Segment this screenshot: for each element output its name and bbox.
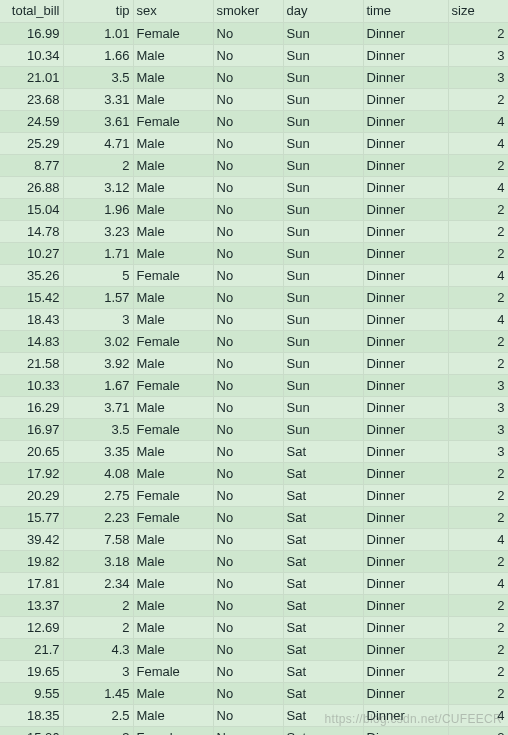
- cell-smoker: No: [213, 154, 283, 176]
- cell-tip: 3.23: [63, 220, 133, 242]
- cell-smoker: No: [213, 484, 283, 506]
- cell-time: Dinner: [363, 22, 448, 44]
- cell-time: Dinner: [363, 374, 448, 396]
- cell-day: Sun: [283, 330, 363, 352]
- cell-size: 2: [448, 682, 508, 704]
- cell-total-bill: 10.33: [0, 374, 63, 396]
- cell-total-bill: 18.35: [0, 704, 63, 726]
- cell-sex: Male: [133, 286, 213, 308]
- cell-smoker: No: [213, 308, 283, 330]
- cell-total-bill: 19.82: [0, 550, 63, 572]
- cell-total-bill: 16.29: [0, 396, 63, 418]
- cell-sex: Female: [133, 374, 213, 396]
- cell-day: Sun: [283, 396, 363, 418]
- cell-tip: 1.01: [63, 22, 133, 44]
- cell-time: Dinner: [363, 462, 448, 484]
- cell-smoker: No: [213, 594, 283, 616]
- cell-total-bill: 8.77: [0, 154, 63, 176]
- cell-size: 2: [448, 22, 508, 44]
- table-row: 26.883.12MaleNoSunDinner4: [0, 176, 508, 198]
- cell-smoker: No: [213, 374, 283, 396]
- cell-smoker: No: [213, 352, 283, 374]
- cell-time: Dinner: [363, 198, 448, 220]
- cell-sex: Female: [133, 484, 213, 506]
- table-row: 15.772.23FemaleNoSatDinner2: [0, 506, 508, 528]
- table-row: 14.833.02FemaleNoSunDinner2: [0, 330, 508, 352]
- table-row: 16.973.5FemaleNoSunDinner3: [0, 418, 508, 440]
- cell-time: Dinner: [363, 440, 448, 462]
- cell-tip: 4.71: [63, 132, 133, 154]
- cell-size: 2: [448, 594, 508, 616]
- cell-day: Sun: [283, 44, 363, 66]
- cell-size: 2: [448, 352, 508, 374]
- cell-sex: Female: [133, 264, 213, 286]
- cell-sex: Male: [133, 682, 213, 704]
- cell-day: Sun: [283, 198, 363, 220]
- table-row: 10.271.71MaleNoSunDinner2: [0, 242, 508, 264]
- cell-size: 3: [448, 440, 508, 462]
- cell-size: 4: [448, 572, 508, 594]
- cell-size: 2: [448, 198, 508, 220]
- cell-sex: Male: [133, 176, 213, 198]
- cell-smoker: No: [213, 616, 283, 638]
- cell-size: 4: [448, 132, 508, 154]
- cell-time: Dinner: [363, 352, 448, 374]
- cell-day: Sat: [283, 572, 363, 594]
- cell-sex: Male: [133, 352, 213, 374]
- cell-sex: Male: [133, 572, 213, 594]
- cell-tip: 3: [63, 660, 133, 682]
- cell-size: 2: [448, 154, 508, 176]
- cell-day: Sun: [283, 352, 363, 374]
- cell-day: Sun: [283, 88, 363, 110]
- table-row: 15.063FemaleNoSatDinner2: [0, 726, 508, 735]
- cell-total-bill: 12.69: [0, 616, 63, 638]
- cell-total-bill: 17.92: [0, 462, 63, 484]
- cell-day: Sat: [283, 726, 363, 735]
- cell-size: 2: [448, 220, 508, 242]
- cell-total-bill: 39.42: [0, 528, 63, 550]
- table-row: 20.653.35MaleNoSatDinner3: [0, 440, 508, 462]
- cell-size: 4: [448, 528, 508, 550]
- cell-size: 2: [448, 638, 508, 660]
- cell-total-bill: 14.78: [0, 220, 63, 242]
- cell-time: Dinner: [363, 506, 448, 528]
- cell-sex: Male: [133, 308, 213, 330]
- table-row: 17.924.08MaleNoSatDinner2: [0, 462, 508, 484]
- cell-tip: 3.35: [63, 440, 133, 462]
- cell-day: Sun: [283, 132, 363, 154]
- cell-sex: Female: [133, 110, 213, 132]
- cell-day: Sat: [283, 616, 363, 638]
- table-row: 15.421.57MaleNoSunDinner2: [0, 286, 508, 308]
- cell-sex: Male: [133, 704, 213, 726]
- cell-size: 3: [448, 418, 508, 440]
- cell-time: Dinner: [363, 396, 448, 418]
- cell-time: Dinner: [363, 286, 448, 308]
- cell-tip: 3.02: [63, 330, 133, 352]
- cell-smoker: No: [213, 550, 283, 572]
- col-size: size: [448, 0, 508, 22]
- table-row: 15.041.96MaleNoSunDinner2: [0, 198, 508, 220]
- table-row: 17.812.34MaleNoSatDinner4: [0, 572, 508, 594]
- cell-size: 2: [448, 616, 508, 638]
- cell-sex: Male: [133, 396, 213, 418]
- cell-smoker: No: [213, 462, 283, 484]
- cell-day: Sun: [283, 220, 363, 242]
- cell-tip: 1.57: [63, 286, 133, 308]
- cell-time: Dinner: [363, 682, 448, 704]
- cell-smoker: No: [213, 330, 283, 352]
- cell-day: Sun: [283, 154, 363, 176]
- cell-size: 4: [448, 308, 508, 330]
- cell-total-bill: 25.29: [0, 132, 63, 154]
- cell-total-bill: 17.81: [0, 572, 63, 594]
- cell-tip: 2.34: [63, 572, 133, 594]
- cell-sex: Male: [133, 220, 213, 242]
- cell-size: 4: [448, 704, 508, 726]
- cell-size: 3: [448, 44, 508, 66]
- table-header: total_bill tip sex smoker day time size: [0, 0, 508, 22]
- cell-smoker: No: [213, 110, 283, 132]
- table-row: 19.823.18MaleNoSatDinner2: [0, 550, 508, 572]
- cell-day: Sun: [283, 308, 363, 330]
- cell-sex: Male: [133, 528, 213, 550]
- cell-tip: 1.67: [63, 374, 133, 396]
- cell-smoker: No: [213, 22, 283, 44]
